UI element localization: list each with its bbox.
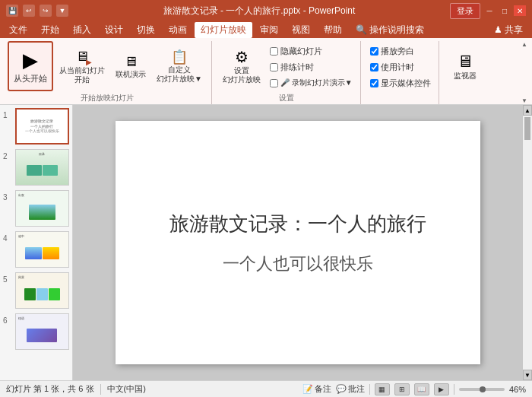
- menu-design[interactable]: 设计: [99, 22, 129, 38]
- ribbon-group4-label: [445, 101, 485, 103]
- ribbon-scroll-down[interactable]: ▼: [520, 97, 529, 104]
- maximize-button[interactable]: □: [499, 5, 511, 16]
- record-check[interactable]: 🎤 录制幻灯片演示▼: [267, 76, 356, 90]
- ribbon-scroll-up[interactable]: ▲: [520, 41, 529, 48]
- slide-canvas: 旅游散文记录：一个人的旅行 一个人也可以很快乐: [116, 121, 480, 364]
- monitor-button[interactable]: 🖥 监视器: [445, 41, 485, 91]
- menu-review[interactable]: 审阅: [254, 22, 284, 38]
- close-button[interactable]: ✕: [514, 5, 526, 16]
- slide-thumb-5[interactable]: 5 风景: [3, 272, 69, 309]
- record-input[interactable]: [270, 79, 278, 87]
- use-timing-check[interactable]: 使用计时: [367, 60, 434, 75]
- from-current-label: 从当前幻灯片开始: [59, 66, 105, 84]
- menu-transition[interactable]: 切换: [131, 22, 161, 38]
- zoom-thumb[interactable]: [480, 386, 486, 392]
- zoom-level: 46%: [509, 385, 526, 394]
- rehearse-label: 排练计时: [280, 62, 314, 73]
- slide-number-2: 2: [3, 152, 12, 160]
- online-icon: 🖥: [124, 54, 138, 70]
- separator-1: [100, 384, 101, 395]
- online-present-button[interactable]: 🖥 联机演示: [111, 41, 150, 91]
- right-scrollbar: ▲ ▼: [523, 105, 532, 380]
- ribbon-monitor-buttons: 🖥 监视器: [445, 41, 485, 101]
- rehearse-input[interactable]: [270, 63, 278, 71]
- minimize-button[interactable]: ─: [483, 5, 496, 16]
- status-bar-right: 📝 备注 💬 批注 ▦ ⊞ 📖 ▶ 46%: [302, 383, 526, 395]
- menu-share[interactable]: ♟ 共享: [488, 22, 529, 38]
- title-bar-left: 💾 ↩ ↪ ▼: [6, 5, 68, 17]
- scroll-track: [523, 116, 532, 370]
- undo-icon[interactable]: ↩: [23, 5, 35, 17]
- ribbon-playback-buttons: 播放旁白 使用计时 显示媒体控件: [367, 41, 434, 101]
- menu-bar: 文件 开始 插入 设计 切换 动画 幻灯片放映 审阅 视图 帮助 🔍 操作说明搜…: [0, 21, 532, 38]
- show-media-check[interactable]: 显示媒体控件: [367, 76, 434, 91]
- ribbon-settings-buttons: ⚙ 设置幻灯片放映 隐藏幻灯片 排练计时 🎤 录制幻灯片演示▼: [218, 41, 356, 91]
- scroll-thumb[interactable]: [524, 117, 530, 140]
- ribbon: ▶ 从头开始 🖥 ▶ 从当前幻灯片开始 🖥 联机演示 📋 自定义幻灯片放映▼ 开…: [0, 38, 532, 105]
- online-label: 联机演示: [116, 70, 146, 79]
- language-indicator: 中文(中国): [107, 383, 146, 395]
- play-narration-label: 播放旁白: [381, 46, 414, 57]
- menu-search[interactable]: 🔍 操作说明搜索: [350, 22, 430, 38]
- comments-icon: 💬: [336, 384, 347, 394]
- ribbon-group3-label: [367, 101, 434, 103]
- separator-2: [369, 384, 370, 395]
- slide-thumb-3[interactable]: 3 出发: [3, 190, 69, 227]
- zoom-slider[interactable]: [459, 388, 505, 391]
- use-timing-input[interactable]: [370, 63, 378, 71]
- slide-image-6: 结语: [15, 313, 69, 350]
- monitor-icon: 🖥: [457, 52, 473, 71]
- menu-view[interactable]: 视图: [286, 22, 316, 38]
- record-label: 🎤 录制幻灯片演示▼: [280, 78, 353, 88]
- checkboxes-left: 隐藏幻灯片 排练计时 🎤 录制幻灯片演示▼: [267, 41, 356, 90]
- play-narration-check[interactable]: 播放旁白: [367, 44, 434, 59]
- save-icon[interactable]: 💾: [6, 5, 18, 17]
- reading-view-button[interactable]: 📖: [414, 383, 429, 395]
- monitor-label: 监视器: [454, 71, 477, 81]
- notes-label: 备注: [315, 383, 331, 395]
- comments-button[interactable]: 💬 批注: [336, 383, 365, 395]
- slide-title: 旅游散文记录：一个人的旅行: [169, 211, 426, 237]
- ribbon-group-playback: 播放旁白 使用计时 显示媒体控件: [363, 41, 439, 104]
- from-start-button[interactable]: ▶ 从头开始: [8, 41, 53, 91]
- slideshow-settings-button[interactable]: ⚙ 设置幻灯片放映: [218, 41, 265, 91]
- slide-thumb-1[interactable]: 1 旅游散文记录一个人的旅行一个人也可以很快乐: [3, 108, 69, 145]
- from-start-icon: ▶: [23, 49, 38, 72]
- slide-thumb-4[interactable]: 4 途中: [3, 231, 69, 268]
- scroll-up-arrow[interactable]: ▲: [523, 105, 532, 116]
- ribbon-group2-label: 设置: [218, 91, 356, 103]
- hide-slide-check[interactable]: 隐藏幻灯片: [267, 44, 356, 59]
- custom-label: 自定义幻灯片放映▼: [157, 65, 202, 84]
- rehearse-check[interactable]: 排练计时: [267, 60, 356, 75]
- ribbon-group-monitor: 🖥 监视器: [441, 41, 489, 104]
- menu-help[interactable]: 帮助: [318, 22, 348, 38]
- notes-button[interactable]: 📝 备注: [302, 383, 331, 395]
- slideshow-view-button[interactable]: ▶: [434, 383, 449, 395]
- menu-file[interactable]: 文件: [3, 22, 33, 38]
- play-narration-input[interactable]: [370, 47, 378, 56]
- menu-animation[interactable]: 动画: [163, 22, 193, 38]
- title-bar: 💾 ↩ ↪ ▼ 旅游散文记录 - 一个人的旅行.pptx - PowerPoin…: [0, 0, 532, 21]
- custom-slideshow-button[interactable]: 📋 自定义幻灯片放映▼: [152, 41, 207, 91]
- slide-subtitle: 一个人也可以很快乐: [223, 252, 373, 275]
- scroll-down-arrow[interactable]: ▼: [523, 370, 532, 380]
- hide-slide-input[interactable]: [270, 47, 278, 56]
- notes-icon: 📝: [302, 384, 313, 394]
- login-button[interactable]: 登录: [450, 3, 480, 19]
- menu-slideshow[interactable]: 幻灯片放映: [195, 22, 252, 38]
- menu-home[interactable]: 开始: [35, 22, 65, 38]
- normal-view-button[interactable]: ▦: [375, 383, 390, 395]
- slide-number-3: 3: [3, 193, 12, 202]
- from-current-button[interactable]: 🖥 ▶ 从当前幻灯片开始: [55, 41, 109, 91]
- slide-image-3: 出发: [15, 190, 69, 227]
- separator-3: [454, 384, 454, 395]
- slide-thumb-6[interactable]: 6 结语: [3, 313, 69, 350]
- show-media-input[interactable]: [370, 79, 378, 87]
- redo-icon[interactable]: ↪: [40, 5, 52, 17]
- slide-image-2: 目录: [15, 149, 69, 186]
- settings-icon: ⚙: [235, 48, 249, 66]
- slide-sorter-button[interactable]: ⊞: [394, 383, 410, 395]
- menu-insert[interactable]: 插入: [67, 22, 97, 38]
- customize-icon[interactable]: ▼: [56, 5, 68, 17]
- slide-thumb-2[interactable]: 2 目录: [3, 149, 69, 186]
